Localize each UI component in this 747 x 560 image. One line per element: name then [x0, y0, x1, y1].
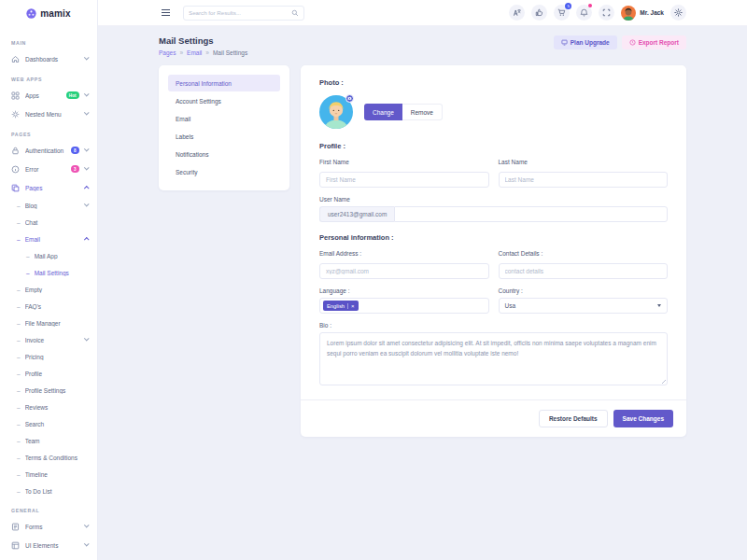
- brand-logo-icon: [26, 8, 36, 19]
- country-select[interactable]: Usa: [499, 298, 669, 314]
- sidebar-item-timeline[interactable]: Timeline: [0, 466, 97, 483]
- sidebar-item-to-do-list[interactable]: To Do List: [0, 483, 97, 499]
- fullscreen-icon: [602, 8, 611, 17]
- contact-details-label: Contact Details :: [499, 250, 669, 257]
- app-root: mamix MAINDashboardsWEB APPSAppsHotNeste…: [0, 0, 747, 560]
- sidebar-item-label: Forms: [25, 524, 79, 530]
- translate-button[interactable]: [509, 5, 525, 21]
- email-address-input[interactable]: [319, 263, 489, 279]
- language-tag: English ×: [323, 301, 359, 311]
- nested-menu-icon: [11, 110, 20, 119]
- sidebar-item-empty[interactable]: Empty: [0, 281, 97, 298]
- edit-photo-badge[interactable]: [345, 94, 354, 103]
- chevron-up-icon: [84, 238, 89, 243]
- profile-photo[interactable]: [319, 95, 353, 129]
- sidebar-item-forms[interactable]: Forms: [0, 517, 97, 536]
- sidebar-item-label: Error: [25, 166, 67, 173]
- export-report-button[interactable]: Export Report: [622, 35, 686, 49]
- sidebar-badge: Hot: [66, 91, 79, 99]
- settings-nav-personal-information[interactable]: Personal Information: [168, 75, 280, 91]
- breadcrumb-email[interactable]: Email: [176, 49, 202, 56]
- translate-icon: [513, 8, 521, 17]
- sidebar-item-terms-conditions[interactable]: Terms & Conditions: [0, 449, 97, 466]
- chevron-down-icon: [84, 523, 89, 527]
- like-button[interactable]: [531, 5, 547, 21]
- profile-heading: Profile :: [319, 142, 668, 150]
- sidebar-item-label: Blog: [25, 203, 79, 209]
- search-icon: [291, 9, 299, 17]
- cart-button[interactable]: 5: [554, 5, 570, 21]
- sidebar-badge: 3: [71, 165, 79, 173]
- sidebar-item-label: Pages: [25, 185, 79, 191]
- chevron-down-icon: [84, 55, 89, 60]
- sidebar-item-email[interactable]: Email: [0, 231, 97, 247]
- search-box[interactable]: [183, 6, 304, 21]
- sidebar-item-blog[interactable]: Blog: [0, 197, 97, 214]
- bio-textarea[interactable]: Lorem ipsum dolor sit amet consectetur a…: [319, 332, 668, 385]
- sidebar-item-team[interactable]: Team: [0, 432, 97, 449]
- first-name-input[interactable]: [319, 172, 489, 188]
- sidebar-item-ui-elements[interactable]: UI Elements: [0, 536, 97, 554]
- sidebar-item-dashboards[interactable]: Dashboards: [0, 49, 97, 68]
- contact-details-input[interactable]: [499, 263, 669, 279]
- pages-icon: [11, 184, 20, 192]
- card-footer: Restore Defaults Save Changes: [301, 399, 686, 437]
- breadcrumb: Pages Email Mail Settings: [159, 49, 247, 56]
- menu-toggle-icon[interactable]: [159, 7, 173, 19]
- sidebar-badge: 8: [71, 147, 79, 154]
- sidebar-item-label: Profile Settings: [25, 387, 88, 394]
- settings-nav-account-settings[interactable]: Account Settings: [168, 92, 280, 109]
- fullscreen-button[interactable]: [599, 5, 614, 21]
- sidebar-item-authentication[interactable]: Authentication8: [0, 141, 97, 160]
- sidebar-item-label: Chat: [25, 219, 88, 226]
- photo-heading: Photo :: [319, 78, 668, 87]
- settings-nav-security[interactable]: Security: [168, 163, 280, 180]
- sidebar-item-faq-s[interactable]: FAQ's: [0, 298, 97, 315]
- sidebar-item-nested-menu[interactable]: Nested Menu: [0, 105, 97, 123]
- sidebar-item-mail-app[interactable]: Mail App: [0, 247, 97, 264]
- sidebar-item-profile[interactable]: Profile: [0, 365, 97, 382]
- last-name-input[interactable]: [499, 172, 669, 188]
- last-name-label: Last Name: [499, 159, 669, 165]
- caret-down-icon: [657, 304, 661, 307]
- like-icon: [535, 8, 543, 17]
- sidebar-item-pages[interactable]: Pages: [0, 178, 97, 197]
- sidebar-item-chat[interactable]: Chat: [0, 214, 97, 231]
- sidebar-item-mail-settings[interactable]: Mail Settings: [0, 264, 97, 281]
- settings-nav-labels[interactable]: Labels: [168, 128, 280, 145]
- sidebar-item-error[interactable]: Error3: [0, 160, 97, 178]
- plan-upgrade-button[interactable]: Plan Upgrade: [554, 35, 617, 49]
- sidebar-item-apps[interactable]: AppsHot: [0, 86, 97, 105]
- user-name-input[interactable]: [394, 206, 668, 222]
- brand-logo[interactable]: mamix: [0, 0, 97, 26]
- sidebar-item-label: Timeline: [25, 471, 88, 478]
- sidebar-item-invoice[interactable]: Invoice: [0, 331, 97, 348]
- sidebar-item-reviews[interactable]: Reviews: [0, 399, 97, 415]
- sidebar-item-advanced-ui[interactable]: Advanced UI: [0, 554, 97, 560]
- sidebar-item-label: Mail Settings: [35, 270, 88, 276]
- sidebar-item-label: To Do List: [25, 488, 88, 495]
- remove-language-icon[interactable]: ×: [347, 303, 355, 309]
- change-photo-button[interactable]: Change: [364, 104, 402, 120]
- settings-button[interactable]: [670, 5, 686, 21]
- search-input[interactable]: [189, 9, 291, 16]
- language-input[interactable]: English ×: [319, 298, 489, 314]
- sidebar-item-profile-settings[interactable]: Profile Settings: [0, 382, 97, 399]
- remove-photo-button[interactable]: Remove: [402, 104, 443, 120]
- sidebar-item-pricing[interactable]: Pricing: [0, 348, 97, 365]
- breadcrumb-current: Mail Settings: [202, 49, 247, 56]
- settings-nav-notifications[interactable]: Notifications: [168, 146, 280, 162]
- home-icon: [11, 55, 20, 63]
- sidebar-item-search[interactable]: Search: [0, 415, 97, 432]
- chevron-down-icon: [84, 110, 89, 115]
- save-changes-button[interactable]: Save Changes: [613, 410, 673, 427]
- user-menu[interactable]: Mr. Jack: [621, 6, 664, 21]
- notifications-button[interactable]: [576, 5, 592, 21]
- forms-icon: [11, 523, 20, 531]
- sidebar-item-file-manager[interactable]: File Manager: [0, 315, 97, 331]
- settings-nav-email[interactable]: Email: [168, 110, 280, 127]
- email-address-label: Email Address :: [319, 250, 489, 257]
- brand-name: mamix: [40, 8, 71, 19]
- breadcrumb-pages[interactable]: Pages: [159, 49, 176, 56]
- restore-defaults-button[interactable]: Restore Defaults: [539, 410, 608, 427]
